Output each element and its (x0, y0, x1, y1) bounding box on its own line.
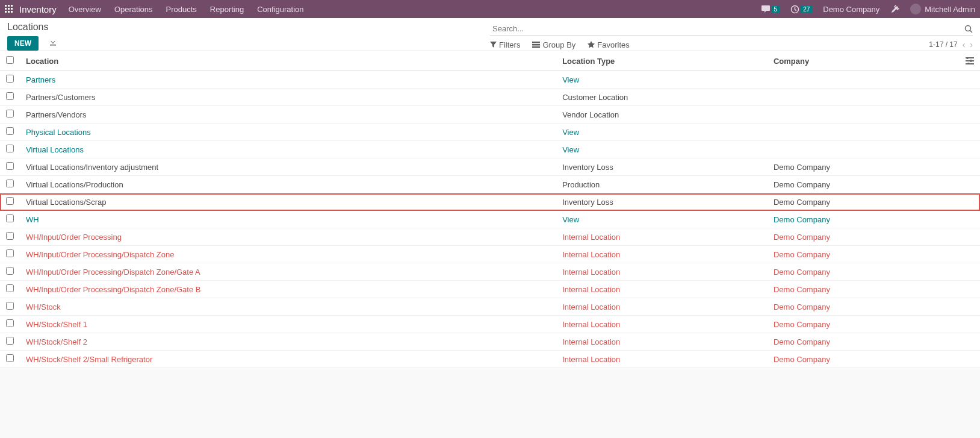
row-checkbox[interactable] (6, 75, 14, 83)
table-row[interactable]: WH/Input/Order Processing/Dispatch Zone/… (0, 281, 980, 298)
cell-location[interactable]: WH/Input/Order Processing (20, 228, 556, 246)
row-checkbox[interactable] (6, 319, 14, 327)
cell-type: Internal Location (556, 298, 768, 316)
menu-overview[interactable]: Overview (69, 5, 101, 14)
cell-location[interactable]: Virtual Locations/Inventory adjustment (20, 158, 556, 176)
table-row[interactable]: WH/StockInternal LocationDemo Company (0, 298, 980, 316)
row-checkbox[interactable] (6, 92, 14, 100)
search-icon[interactable] (964, 25, 973, 33)
cell-location[interactable]: Physical Locations (20, 124, 556, 141)
table-row[interactable]: WH/Input/Order Processing/Dispatch Zone/… (0, 263, 980, 281)
menu-products[interactable]: Products (166, 5, 196, 14)
apps-icon[interactable] (5, 5, 13, 13)
pager-next-icon[interactable]: › (970, 40, 973, 49)
company-selector[interactable]: Demo Company (823, 5, 879, 14)
debug-icon[interactable] (890, 5, 899, 14)
table-row[interactable]: Virtual Locations/ScrapInventory LossDem… (0, 193, 980, 211)
cell-type: View (556, 211, 768, 228)
cell-location[interactable]: WH (20, 211, 556, 228)
row-checkbox[interactable] (6, 302, 14, 310)
messaging-icon[interactable]: 5 (761, 5, 780, 13)
row-checkbox[interactable] (6, 127, 14, 135)
row-checkbox[interactable] (6, 214, 14, 222)
table-row[interactable]: WHViewDemo Company (0, 211, 980, 228)
row-checkbox[interactable] (6, 180, 14, 187)
avatar (910, 4, 921, 14)
app-title[interactable]: Inventory (19, 4, 57, 14)
pager-text[interactable]: 1-17 / 17 (929, 40, 957, 49)
table-row[interactable]: WH/Input/Order ProcessingInternal Locati… (0, 228, 980, 246)
table-row[interactable]: WH/Stock/Shelf 2Internal LocationDemo Co… (0, 333, 980, 351)
cell-company: Demo Company (768, 228, 960, 246)
search-input[interactable] (490, 23, 961, 34)
table-row[interactable]: Virtual Locations/ProductionProductionDe… (0, 176, 980, 193)
table-row[interactable]: WH/Stock/Shelf 2/Small RefrigeratorInter… (0, 351, 980, 368)
filters-button[interactable]: Filters (490, 40, 520, 49)
cell-location[interactable]: Virtual Locations (20, 141, 556, 158)
svg-point-18 (966, 57, 969, 59)
table-row[interactable]: Physical LocationsView (0, 124, 980, 141)
new-button[interactable]: NEW (7, 36, 39, 51)
svg-rect-12 (532, 42, 540, 43)
cell-location[interactable]: Partners/Vendors (20, 106, 556, 124)
menu-reporting[interactable]: Reporting (210, 5, 244, 14)
svg-rect-6 (5, 11, 7, 13)
row-checkbox[interactable] (6, 197, 14, 205)
cell-location[interactable]: WH/Stock (20, 298, 556, 316)
svg-rect-4 (8, 8, 10, 10)
cell-location[interactable]: Virtual Locations/Production (20, 176, 556, 193)
row-checkbox[interactable] (6, 337, 14, 345)
col-header-type[interactable]: Location Type (556, 51, 768, 71)
table-row[interactable]: WH/Stock/Shelf 1Internal LocationDemo Co… (0, 316, 980, 333)
row-checkbox[interactable] (6, 267, 14, 275)
cell-company: Demo Company (768, 211, 960, 228)
cell-type: Internal Location (556, 316, 768, 333)
options-icon[interactable] (966, 57, 974, 64)
table-row[interactable]: WH/Input/Order Processing/Dispatch ZoneI… (0, 246, 980, 263)
cell-location[interactable]: WH/Stock/Shelf 2 (20, 333, 556, 351)
cell-type: Internal Location (556, 246, 768, 263)
row-checkbox[interactable] (6, 284, 14, 292)
menu-configuration[interactable]: Configuration (257, 5, 303, 14)
menu-operations[interactable]: Operations (114, 5, 153, 14)
cell-location[interactable]: WH/Input/Order Processing/Dispatch Zone (20, 246, 556, 263)
cell-location[interactable]: WH/Input/Order Processing/Dispatch Zone/… (20, 281, 556, 298)
row-checkbox[interactable] (6, 110, 14, 117)
row-checkbox[interactable] (6, 145, 14, 152)
table-row[interactable]: Virtual LocationsView (0, 141, 980, 158)
svg-rect-8 (11, 11, 13, 13)
svg-rect-0 (5, 5, 7, 7)
table-row[interactable]: Virtual Locations/Inventory adjustmentIn… (0, 158, 980, 176)
cell-company (768, 106, 960, 124)
cell-location[interactable]: WH/Input/Order Processing/Dispatch Zone/… (20, 263, 556, 281)
cell-type: View (556, 141, 768, 158)
search-box (490, 22, 973, 36)
user-name: Mitchell Admin (925, 5, 975, 14)
table-row[interactable]: Partners/VendorsVendor Location (0, 106, 980, 124)
cell-location[interactable]: Partners/Customers (20, 89, 556, 106)
svg-line-11 (970, 30, 973, 33)
groupby-button[interactable]: Group By (532, 40, 575, 49)
row-checkbox[interactable] (6, 232, 14, 240)
control-panel: Locations NEW Filters Group By (0, 18, 980, 51)
row-checkbox[interactable] (6, 354, 14, 362)
cell-type: View (556, 71, 768, 89)
cell-location[interactable]: Partners (20, 71, 556, 89)
col-header-company[interactable]: Company (768, 51, 960, 71)
cell-location[interactable]: WH/Stock/Shelf 1 (20, 316, 556, 333)
activities-icon[interactable]: 27 (790, 5, 812, 14)
favorites-button[interactable]: Favorites (588, 40, 629, 49)
cell-location[interactable]: WH/Stock/Shelf 2/Small Refrigerator (20, 351, 556, 368)
user-menu[interactable]: Mitchell Admin (910, 4, 975, 14)
table-row[interactable]: PartnersView (0, 71, 980, 89)
pager-prev-icon[interactable]: ‹ (963, 40, 966, 49)
cell-location[interactable]: Virtual Locations/Scrap (20, 193, 556, 211)
download-button[interactable] (49, 39, 57, 46)
col-header-location[interactable]: Location (20, 51, 556, 71)
row-checkbox[interactable] (6, 249, 14, 257)
select-all-checkbox[interactable] (6, 56, 14, 64)
cell-type: Vendor Location (556, 106, 768, 124)
table-row[interactable]: Partners/CustomersCustomer Location (0, 89, 980, 106)
row-checkbox[interactable] (6, 162, 14, 170)
cell-type: Internal Location (556, 228, 768, 246)
